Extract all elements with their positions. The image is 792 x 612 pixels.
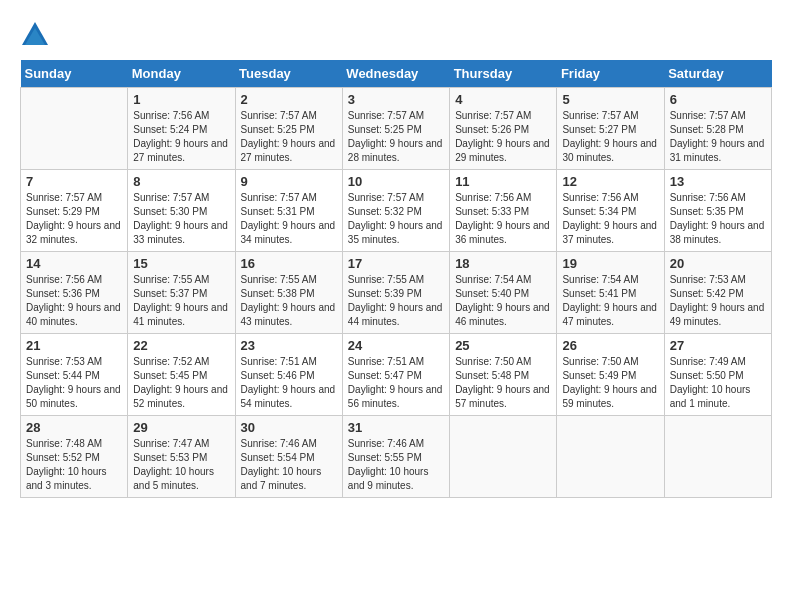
day-info: Sunrise: 7:57 AMSunset: 5:29 PMDaylight:…	[26, 191, 122, 247]
calendar-cell: 24Sunrise: 7:51 AMSunset: 5:47 PMDayligh…	[342, 334, 449, 416]
day-header-tuesday: Tuesday	[235, 60, 342, 88]
day-info: Sunrise: 7:56 AMSunset: 5:34 PMDaylight:…	[562, 191, 658, 247]
day-number: 18	[455, 256, 551, 271]
day-number: 21	[26, 338, 122, 353]
day-info: Sunrise: 7:54 AMSunset: 5:40 PMDaylight:…	[455, 273, 551, 329]
calendar-cell: 5Sunrise: 7:57 AMSunset: 5:27 PMDaylight…	[557, 88, 664, 170]
week-row-4: 21Sunrise: 7:53 AMSunset: 5:44 PMDayligh…	[21, 334, 772, 416]
day-info: Sunrise: 7:50 AMSunset: 5:48 PMDaylight:…	[455, 355, 551, 411]
calendar-cell: 19Sunrise: 7:54 AMSunset: 5:41 PMDayligh…	[557, 252, 664, 334]
calendar-cell: 28Sunrise: 7:48 AMSunset: 5:52 PMDayligh…	[21, 416, 128, 498]
day-number: 23	[241, 338, 337, 353]
day-header-sunday: Sunday	[21, 60, 128, 88]
day-number: 9	[241, 174, 337, 189]
day-info: Sunrise: 7:56 AMSunset: 5:35 PMDaylight:…	[670, 191, 766, 247]
calendar-cell: 18Sunrise: 7:54 AMSunset: 5:40 PMDayligh…	[450, 252, 557, 334]
day-info: Sunrise: 7:57 AMSunset: 5:25 PMDaylight:…	[241, 109, 337, 165]
calendar-cell: 23Sunrise: 7:51 AMSunset: 5:46 PMDayligh…	[235, 334, 342, 416]
calendar-cell: 9Sunrise: 7:57 AMSunset: 5:31 PMDaylight…	[235, 170, 342, 252]
calendar-cell: 13Sunrise: 7:56 AMSunset: 5:35 PMDayligh…	[664, 170, 771, 252]
calendar-cell: 12Sunrise: 7:56 AMSunset: 5:34 PMDayligh…	[557, 170, 664, 252]
calendar-cell: 6Sunrise: 7:57 AMSunset: 5:28 PMDaylight…	[664, 88, 771, 170]
day-number: 14	[26, 256, 122, 271]
day-info: Sunrise: 7:49 AMSunset: 5:50 PMDaylight:…	[670, 355, 766, 411]
day-number: 5	[562, 92, 658, 107]
day-info: Sunrise: 7:47 AMSunset: 5:53 PMDaylight:…	[133, 437, 229, 493]
day-number: 1	[133, 92, 229, 107]
calendar-cell: 1Sunrise: 7:56 AMSunset: 5:24 PMDaylight…	[128, 88, 235, 170]
day-number: 16	[241, 256, 337, 271]
day-info: Sunrise: 7:57 AMSunset: 5:28 PMDaylight:…	[670, 109, 766, 165]
day-header-saturday: Saturday	[664, 60, 771, 88]
calendar-cell	[664, 416, 771, 498]
day-number: 13	[670, 174, 766, 189]
calendar-cell: 16Sunrise: 7:55 AMSunset: 5:38 PMDayligh…	[235, 252, 342, 334]
day-number: 22	[133, 338, 229, 353]
day-info: Sunrise: 7:56 AMSunset: 5:24 PMDaylight:…	[133, 109, 229, 165]
day-number: 19	[562, 256, 658, 271]
day-info: Sunrise: 7:52 AMSunset: 5:45 PMDaylight:…	[133, 355, 229, 411]
day-info: Sunrise: 7:51 AMSunset: 5:46 PMDaylight:…	[241, 355, 337, 411]
day-number: 8	[133, 174, 229, 189]
calendar-cell: 2Sunrise: 7:57 AMSunset: 5:25 PMDaylight…	[235, 88, 342, 170]
calendar-cell: 27Sunrise: 7:49 AMSunset: 5:50 PMDayligh…	[664, 334, 771, 416]
week-row-1: 1Sunrise: 7:56 AMSunset: 5:24 PMDaylight…	[21, 88, 772, 170]
day-info: Sunrise: 7:54 AMSunset: 5:41 PMDaylight:…	[562, 273, 658, 329]
calendar-cell: 10Sunrise: 7:57 AMSunset: 5:32 PMDayligh…	[342, 170, 449, 252]
calendar-cell: 3Sunrise: 7:57 AMSunset: 5:25 PMDaylight…	[342, 88, 449, 170]
day-number: 30	[241, 420, 337, 435]
calendar-cell: 26Sunrise: 7:50 AMSunset: 5:49 PMDayligh…	[557, 334, 664, 416]
day-header-wednesday: Wednesday	[342, 60, 449, 88]
day-header-thursday: Thursday	[450, 60, 557, 88]
day-number: 26	[562, 338, 658, 353]
calendar-cell: 22Sunrise: 7:52 AMSunset: 5:45 PMDayligh…	[128, 334, 235, 416]
day-number: 6	[670, 92, 766, 107]
week-row-3: 14Sunrise: 7:56 AMSunset: 5:36 PMDayligh…	[21, 252, 772, 334]
calendar-cell: 20Sunrise: 7:53 AMSunset: 5:42 PMDayligh…	[664, 252, 771, 334]
day-number: 2	[241, 92, 337, 107]
calendar-cell: 7Sunrise: 7:57 AMSunset: 5:29 PMDaylight…	[21, 170, 128, 252]
day-number: 3	[348, 92, 444, 107]
calendar-cell: 8Sunrise: 7:57 AMSunset: 5:30 PMDaylight…	[128, 170, 235, 252]
calendar-cell: 29Sunrise: 7:47 AMSunset: 5:53 PMDayligh…	[128, 416, 235, 498]
day-header-monday: Monday	[128, 60, 235, 88]
day-info: Sunrise: 7:57 AMSunset: 5:31 PMDaylight:…	[241, 191, 337, 247]
day-number: 20	[670, 256, 766, 271]
calendar-cell: 11Sunrise: 7:56 AMSunset: 5:33 PMDayligh…	[450, 170, 557, 252]
day-info: Sunrise: 7:57 AMSunset: 5:27 PMDaylight:…	[562, 109, 658, 165]
calendar-cell: 21Sunrise: 7:53 AMSunset: 5:44 PMDayligh…	[21, 334, 128, 416]
calendar-cell	[557, 416, 664, 498]
calendar-cell: 14Sunrise: 7:56 AMSunset: 5:36 PMDayligh…	[21, 252, 128, 334]
day-number: 29	[133, 420, 229, 435]
day-info: Sunrise: 7:51 AMSunset: 5:47 PMDaylight:…	[348, 355, 444, 411]
logo-icon	[20, 20, 50, 50]
day-info: Sunrise: 7:53 AMSunset: 5:42 PMDaylight:…	[670, 273, 766, 329]
day-number: 12	[562, 174, 658, 189]
day-number: 25	[455, 338, 551, 353]
day-number: 27	[670, 338, 766, 353]
day-info: Sunrise: 7:53 AMSunset: 5:44 PMDaylight:…	[26, 355, 122, 411]
day-info: Sunrise: 7:57 AMSunset: 5:32 PMDaylight:…	[348, 191, 444, 247]
day-number: 10	[348, 174, 444, 189]
day-number: 4	[455, 92, 551, 107]
day-info: Sunrise: 7:50 AMSunset: 5:49 PMDaylight:…	[562, 355, 658, 411]
day-info: Sunrise: 7:57 AMSunset: 5:26 PMDaylight:…	[455, 109, 551, 165]
day-number: 7	[26, 174, 122, 189]
week-row-2: 7Sunrise: 7:57 AMSunset: 5:29 PMDaylight…	[21, 170, 772, 252]
calendar-cell: 15Sunrise: 7:55 AMSunset: 5:37 PMDayligh…	[128, 252, 235, 334]
calendar-cell	[450, 416, 557, 498]
day-info: Sunrise: 7:55 AMSunset: 5:37 PMDaylight:…	[133, 273, 229, 329]
calendar-cell: 25Sunrise: 7:50 AMSunset: 5:48 PMDayligh…	[450, 334, 557, 416]
day-number: 31	[348, 420, 444, 435]
day-info: Sunrise: 7:57 AMSunset: 5:30 PMDaylight:…	[133, 191, 229, 247]
day-number: 28	[26, 420, 122, 435]
day-number: 17	[348, 256, 444, 271]
day-info: Sunrise: 7:46 AMSunset: 5:55 PMDaylight:…	[348, 437, 444, 493]
day-info: Sunrise: 7:57 AMSunset: 5:25 PMDaylight:…	[348, 109, 444, 165]
day-info: Sunrise: 7:56 AMSunset: 5:36 PMDaylight:…	[26, 273, 122, 329]
calendar-cell: 30Sunrise: 7:46 AMSunset: 5:54 PMDayligh…	[235, 416, 342, 498]
day-header-friday: Friday	[557, 60, 664, 88]
day-number: 11	[455, 174, 551, 189]
day-info: Sunrise: 7:55 AMSunset: 5:39 PMDaylight:…	[348, 273, 444, 329]
day-info: Sunrise: 7:48 AMSunset: 5:52 PMDaylight:…	[26, 437, 122, 493]
